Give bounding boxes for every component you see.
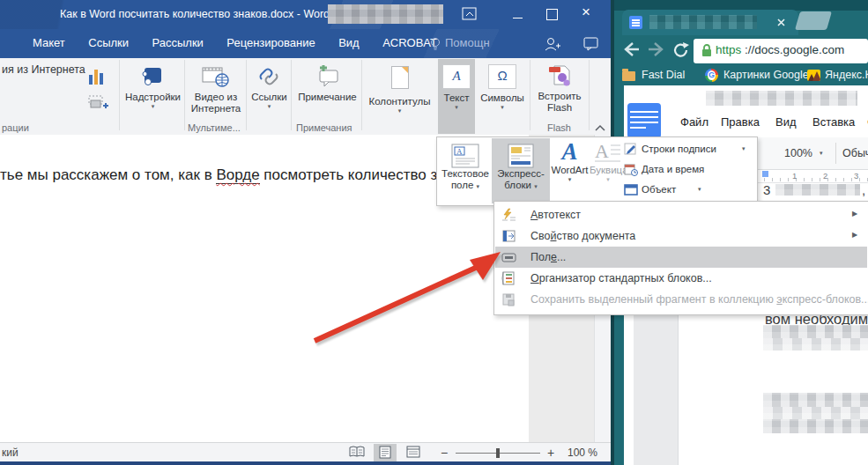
word-titlebar: Как в Word посчитать количество знаков.d… [0,0,611,29]
embed-flash-button[interactable]: Встроить Flash [532,60,587,132]
symbols-button[interactable]: Ω Символы ▾ [477,60,528,132]
browser-tab[interactable] [622,10,798,35]
google-docs-logo[interactable] [627,103,661,138]
field-icon [501,250,516,264]
docs-menu-file[interactable]: Файл [680,115,708,129]
signature-line-button[interactable]: Строки подписи ▾ [622,143,754,162]
word-window-bottom-border [0,461,611,465]
menu-item-field[interactable]: Поле... [495,247,867,268]
online-video-button[interactable]: Видео из Интернета [187,60,245,132]
header-footer-icon [391,66,409,89]
zoom-out-button[interactable]: − [441,446,448,460]
url-scheme: https [716,43,741,56]
ribbon: ия из Интернета рации Надстройки ▾ Видео… [0,58,611,136]
header-footer-label: Колонтитулы [364,96,435,107]
docs-menu-edit[interactable]: Правка [721,115,760,129]
print-layout-icon [379,446,391,459]
bookmark-yandex[interactable]: Яндекс.Ка [825,69,868,81]
textbox-line2: поле [451,180,473,190]
wordart-label: WordArt [551,165,589,176]
tell-me-label[interactable]: Помощн [435,29,500,58]
ribbon-display-options-button[interactable] [462,7,478,21]
group-label-flash: Flash [547,122,571,133]
chart-icon[interactable] [88,66,106,85]
addins-button[interactable]: Надстройки ▾ [122,60,183,132]
text-button[interactable]: A Текст ▾ [438,59,475,134]
read-mode-button[interactable] [345,444,368,463]
links-button[interactable]: Ссылки ▾ [249,60,290,132]
back-icon[interactable] [621,41,641,58]
ribbon-separator [184,60,185,130]
zoom-in-button[interactable]: + [547,446,554,460]
screenshot-icon[interactable] [88,95,109,111]
svg-text:A: A [456,147,463,156]
zoom-percentage[interactable]: 100 % [568,447,597,459]
yandex-icon[interactable] [807,70,820,81]
date-time-button[interactable]: Дата и время [622,163,754,182]
group-label-comments: Примечания [296,122,352,133]
document-property-label: Свойство документа [530,230,635,242]
dropcap-button[interactable]: A Буквица ▾ [590,138,627,203]
clipped-pictures-button-label[interactable]: ия из Интернета [2,63,85,76]
textbox-button[interactable]: A Текстовое поле ▾ [440,138,491,203]
google-g-letter: G [708,70,716,80]
tab-close-icon[interactable] [776,18,786,27]
menu-item-autotext[interactable]: Автотекст ▶ [495,204,867,225]
links-caret: ▾ [249,103,290,110]
docs-style-select[interactable]: Обычн [842,147,868,159]
language-indicator[interactable]: кий [2,447,19,459]
quick-parts-menu: Автотекст ▶ Свойство документа ▶ Поле...… [493,201,868,315]
textbox-line1: Текстовое [441,168,489,179]
docs-menu-insert[interactable]: Вставка [812,115,855,129]
tab-review[interactable]: Рецензирование [217,29,324,58]
minimize-button[interactable] [513,18,523,18]
docs-zoom-select[interactable]: 100% [784,147,812,159]
forward-icon[interactable] [647,41,666,58]
ruler-ticks [756,178,868,181]
bookmark-fastdial[interactable]: Fast Dial [642,69,685,81]
quick-parts-button[interactable]: Экспресс- блоки ▾ [492,138,550,203]
share-person-icon[interactable] [543,36,560,52]
close-button[interactable]: × [582,4,590,21]
docs-zoom-caret: ▾ [820,150,823,157]
maximize-button[interactable] [546,9,558,20]
tab-view[interactable]: Вид [329,29,369,58]
header-footer-caret: ▾ [364,107,435,114]
date-time-label: Дата и время [642,164,704,174]
comments-bubble-icon[interactable] [583,37,599,51]
docs-line-number: 3 [763,182,770,197]
ruler-indent-marker[interactable] [762,171,768,177]
redacted-tab-title [649,15,757,29]
reload-icon[interactable] [672,41,690,58]
autotext-submenu-arrow: ▶ [852,210,857,218]
zoom-slider-thumb[interactable] [496,448,500,458]
header-footer-button[interactable]: Колонтитулы ▾ [364,60,435,132]
address-bar[interactable]: https ://docs.google.com [694,39,868,63]
wordart-button[interactable]: A WordArt ▾ [551,138,589,203]
tab-references[interactable]: Ссылки [78,29,138,58]
document-property-icon [501,229,516,243]
tab-layout[interactable]: Макет [23,29,75,58]
web-layout-button[interactable] [402,444,425,463]
quick-parts-label: Экспресс- блоки ▾ [492,168,550,192]
new-comment-icon [315,65,341,88]
autotext-icon [501,208,516,222]
print-layout-button[interactable] [374,444,397,463]
bookmark-google-images[interactable]: Картинки Google [723,69,809,81]
collapse-ribbon-button[interactable] [594,123,606,132]
object-button[interactable]: Объект ▾ [622,183,754,203]
date-time-icon [624,163,638,176]
comment-button[interactable]: Примечание [293,60,361,132]
docs-toolbar-separator [835,143,836,164]
document-text-line: тье мы расскажем о том, как в Ворде посм… [0,166,461,184]
tab-mailings[interactable]: Рассылки [142,29,212,58]
google-g-icon[interactable]: G [705,69,718,82]
menu-item-building-blocks-organizer[interactable]: Организатор стандартных блоков... [495,268,867,289]
new-tab-button[interactable] [795,11,832,30]
addins-label: Надстройки [122,92,183,103]
docs-menu-view[interactable]: Вид [775,115,797,129]
organizer-label: Организатор стандартных блоков... [530,272,712,284]
menu-item-document-property[interactable]: Свойство документа ▶ [495,225,867,247]
fastdial-folder-icon[interactable] [622,71,635,81]
organizer-icon [501,271,516,285]
